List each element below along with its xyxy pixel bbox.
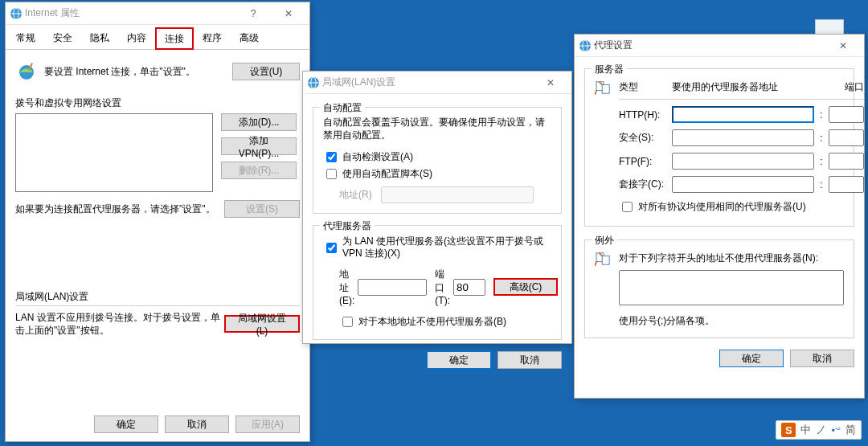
help-button[interactable]: ? [235,2,271,25]
globe-icon [578,39,592,52]
ok-button[interactable]: 确定 [719,350,784,367]
auto-detect-input[interactable] [326,152,337,162]
tab-content-area: 要设置 Internet 连接，单击"设置"。 设置(U) 拨号和虚拟专用网络设… [6,50,309,346]
close-button[interactable]: ✕ [533,72,568,94]
bypass-local-label: 对于本地地址不使用代理服务器(B) [358,315,506,329]
script-addr-label: 地址(R) [339,188,381,202]
titlebar: 局域网(LAN)设置 ✕ [303,72,571,94]
proxy-addr-label: 地址(E): [339,268,354,306]
earth-wand-icon [15,61,39,82]
globe-icon [306,76,321,89]
use-script-label: 使用自动配置脚本(S) [342,167,432,181]
dialup-section-title: 拨号和虚拟专用网络设置 [15,96,300,110]
window-title: 局域网(LAN)设置 [321,76,533,89]
lan-hint: LAN 设置不应用到拨号连接。对于拨号设置，单击上面的"设置"按钮。 [15,311,224,337]
row-ftp-label: FTP(F): [619,156,667,167]
proxy-port-input[interactable] [453,279,485,296]
add-vpn-button[interactable]: 添加 VPN(P)... [221,137,297,155]
socks-addr-input[interactable] [672,176,814,193]
exceptions-textarea[interactable] [619,270,844,305]
cancel-button[interactable]: 取消 [790,350,854,367]
auto-config-tip: 自动配置会覆盖手动设置。要确保使用手动设置，请禁用自动配置。 [323,116,551,141]
exceptions-tip: 对于下列字符开头的地址不使用代理服务器(N): [619,252,844,265]
ftp-port-input[interactable] [829,153,864,170]
tab-programs[interactable]: 程序 [194,27,231,50]
exceptions-legend: 例外 [592,234,617,248]
use-proxy-label: 为 LAN 使用代理服务器(这些设置不用于拨号或 VPN 连接)(X) [342,235,551,260]
proxy-legend: 代理服务器 [320,219,375,233]
sogou-icon: S [781,423,796,437]
auto-detect-label: 自动检测设置(A) [342,150,413,164]
tab-connections[interactable]: 连接 [155,27,194,50]
advanced-button[interactable]: 高级(C) [493,278,558,296]
add-button[interactable]: 添加(D)... [221,113,297,131]
col-type: 类型 [619,80,667,94]
titlebar: 代理设置 ✕ [575,35,864,57]
row-http-label: HTTP(H): [619,109,667,121]
window-title: 代理设置 [592,39,825,52]
ok-button[interactable]: 确定 [94,415,158,433]
tab-security[interactable]: 安全 [44,27,81,50]
cancel-button[interactable]: 取消 [165,415,229,433]
tab-content[interactable]: 内容 [118,27,155,50]
titlebar: Internet 属性 ? ✕ [6,2,309,25]
window-title: Internet 属性 [23,6,235,20]
close-button[interactable]: ✕ [825,35,861,57]
exceptions-icon [595,252,612,268]
bypass-local-checkbox[interactable]: 对于本地地址不使用代理服务器(B) [339,314,551,329]
bypass-local-input[interactable] [342,317,353,327]
use-script-input[interactable] [326,169,337,179]
ok-button[interactable]: 确定 [427,351,491,369]
ime-indicator[interactable]: S 中 ノ •࿓ 简 [776,420,862,440]
https-port-input[interactable] [829,129,864,146]
ime-mode: 简 [845,423,856,437]
proxy-addr-input[interactable] [358,279,427,296]
proxy-settings-dialog: 代理设置 ✕ 服务器 类型 要使用的代理服务器地址 端口 HTTP(H): [574,34,865,399]
same-proxy-label: 对所有协议均使用相同的代理服务器(U) [638,200,806,214]
row-socks-label: 套接字(C): [619,178,667,191]
use-proxy-checkbox[interactable]: 为 LAN 使用代理服务器(这些设置不用于拨号或 VPN 连接)(X) [323,235,551,260]
moon-icon: ノ [816,423,826,437]
https-addr-input[interactable] [672,129,814,146]
socks-port-input[interactable] [829,176,864,193]
ime-lang: 中 [800,423,811,437]
proxy-port-label: 端口(T): [435,268,450,306]
remove-button: 删除(R)... [221,162,297,179]
script-addr-input [381,186,534,203]
col-addr: 要使用的代理服务器地址 [672,80,821,94]
use-proxy-input[interactable] [326,243,337,253]
auto-config-legend: 自动配置 [320,101,365,115]
servers-legend: 服务器 [592,63,627,76]
exceptions-hint2: 使用分号(;)分隔各项。 [619,314,844,328]
server-list-icon [595,80,612,97]
tab-general[interactable]: 常规 [7,27,44,50]
lan-settings-button[interactable]: 局域网设置(L) [224,315,300,333]
same-proxy-checkbox[interactable]: 对所有协议均使用相同的代理服务器(U) [619,199,864,215]
apply-button: 应用(A) [235,415,300,433]
close-button[interactable]: ✕ [271,2,306,25]
dial-connections-list[interactable] [15,113,213,192]
lan-settings-dialog: 局域网(LAN)设置 ✕ 自动配置 自动配置会覆盖手动设置。要确保使用手动设置，… [302,71,572,344]
tab-bar: 常规 安全 隐私 内容 连接 程序 高级 [6,27,309,50]
tab-privacy[interactable]: 隐私 [81,27,118,50]
setup-button[interactable]: 设置(U) [232,63,300,80]
row-https-label: 安全(S): [619,131,667,145]
dialog-footer: 确定 取消 应用(A) [94,415,300,433]
cancel-button[interactable]: 取消 [497,351,562,369]
same-proxy-input[interactable] [622,202,633,212]
dial-proxy-hint: 如果要为连接配置代理服务器，请选择"设置"。 [15,203,224,216]
globe-icon [9,7,23,20]
http-addr-input[interactable] [672,106,814,123]
dial-settings-button: 设置(S) [224,200,300,218]
auto-detect-checkbox[interactable]: 自动检测设置(A) [323,149,551,165]
http-port-input[interactable] [829,106,864,123]
setup-hint: 要设置 Internet 连接，单击"设置"。 [39,65,232,79]
lan-section-title: 局域网(LAN)设置 [15,290,300,304]
ftp-addr-input[interactable] [672,153,814,170]
internet-properties-dialog: Internet 属性 ? ✕ 常规 安全 隐私 内容 连接 程序 高级 要设置… [5,2,310,442]
tab-advanced[interactable]: 高级 [231,27,268,50]
use-script-checkbox[interactable]: 使用自动配置脚本(S) [323,166,551,182]
svg-rect-14 [602,256,609,264]
svg-rect-12 [602,84,609,93]
col-port: 端口 [825,80,864,94]
